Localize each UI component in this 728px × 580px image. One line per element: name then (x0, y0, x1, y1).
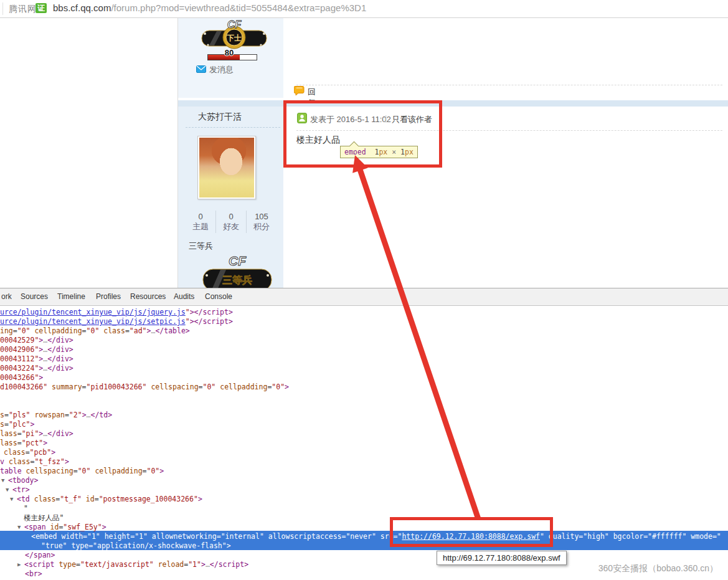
devtools-tab-timeline[interactable]: Timeline (57, 292, 85, 301)
dom-tree-row[interactable]: s="pls" rowspan="2">…</td> (0, 411, 112, 420)
dom-tree-row[interactable]: class="pcb"> (4, 448, 55, 457)
post-separator-strip (178, 100, 728, 107)
devtools-tab-profiles[interactable]: Profiles (96, 292, 121, 301)
user-stats: 0主题0好友105积分 (186, 211, 277, 233)
divider (2, 2, 3, 15)
stat-label: 积分 (247, 222, 277, 232)
dom-tree-row[interactable]: d100043266" summary="pid100043266" cells… (0, 383, 289, 392)
cf-logo: CF (227, 19, 242, 31)
resource-link[interactable]: urce/plugin/tencent_xinyue_vip/js/jquery… (0, 308, 186, 316)
dom-tree-row[interactable]: 00042906">…</div> (0, 345, 73, 354)
post1-content-column (283, 18, 728, 98)
devtools-tab-console[interactable]: Console (205, 292, 232, 301)
profile-divider (186, 127, 280, 128)
devtools-tab-sources[interactable]: Sources (21, 292, 48, 301)
rank-badge-text: 下士 (226, 34, 242, 42)
dom-tree-row[interactable]: 00043266"> (0, 373, 43, 383)
tree-expand-icon[interactable]: ▼ (6, 485, 12, 495)
dom-tree-row[interactable]: 00042529">…</div> (0, 336, 73, 345)
tree-expand-icon[interactable]: ▶ (17, 560, 24, 569)
stat-label: 好友 (216, 222, 246, 232)
stat-cell[interactable]: 105积分 (246, 211, 277, 233)
dom-tree-row[interactable]: ▼<tr> (6, 485, 30, 495)
rank-progress-value: 80 (215, 48, 243, 57)
dom-tree-row[interactable]: ing="0" cellpadding="0" class="ad">…</ta… (0, 326, 190, 336)
url-host: bbs.cf.qq.com (53, 2, 111, 13)
dom-tree-row[interactable]: <embed width="1" height="1" allownetwork… (31, 532, 721, 541)
rank-badge-text: 三等兵 (222, 275, 252, 285)
dom-tree-row[interactable]: urce/plugin/tencent_xinyue_vip/js/jquery… (0, 308, 233, 317)
dom-tree-row[interactable]: ▼<tbody> (1, 476, 38, 485)
username-link[interactable]: 大苏打干活 (198, 112, 242, 123)
user-rank-label: 三等兵 (189, 240, 213, 252)
avatar-photo (199, 138, 254, 197)
url-text[interactable]: bbs.cf.qq.com/forum.php?mod=viewthread&t… (53, 2, 366, 13)
dom-tree-row[interactable]: ▶<script type="text/javascript" reload="… (17, 560, 248, 569)
dom-tree-row[interactable]: 00043112">…</div> (0, 354, 73, 364)
tree-expand-icon[interactable]: ▼ (17, 523, 24, 532)
devtools-tab-ork[interactable]: ork (1, 292, 12, 301)
tree-expand-icon[interactable]: ▼ (1, 476, 8, 485)
dom-tree-row[interactable]: urce/plugin/tencent_xinyue_vip/js/setpic… (0, 317, 233, 326)
devtools-tab-audits[interactable]: Audits (174, 292, 194, 301)
separator-dashed (296, 85, 722, 85)
dom-tree-row[interactable]: <br> (25, 569, 42, 579)
watermark: 360安全播报（bobao.360.cn） (598, 563, 718, 574)
dom-tree-row[interactable]: ▼<span id="swf_E5y"> (17, 523, 106, 532)
devtools-elements-panel[interactable]: urce/plugin/tencent_xinyue_vip/js/jquery… (0, 306, 728, 580)
devtools-tab-resources[interactable]: Resources (130, 292, 166, 301)
annotation-box-url (390, 517, 553, 547)
stat-value: 0 (216, 212, 246, 222)
resource-link[interactable]: urce/plugin/tencent_xinyue_vip/js/setpic… (0, 317, 186, 326)
stat-value: 0 (186, 212, 215, 222)
send-message-link[interactable]: 发消息 (209, 64, 234, 75)
rank-badge-sandengbing: CF 三等兵 (202, 252, 273, 288)
tencent-logo: 腾讯网 (9, 4, 37, 15)
avatar[interactable] (197, 136, 256, 199)
stat-value: 105 (247, 212, 277, 222)
reply-button[interactable]: 回复 (294, 85, 305, 97)
url-path: /forum.php?mod=viewthread&tid=5055484&ex… (111, 2, 366, 13)
envelope-icon (196, 65, 206, 73)
devtools-tab-bar: orkSourcesTimelineProfilesResourcesAudit… (0, 288, 728, 306)
cf-logo: CF (229, 254, 247, 268)
verified-badge-icon: 证 (35, 3, 47, 13)
dom-tree-row[interactable]: " (24, 504, 28, 513)
address-bar: 腾讯网 证 bbs.cf.qq.com/forum.php?mod=viewth… (0, 0, 728, 18)
dom-tree-row[interactable]: table cellspacing="0" cellpadding="0"> (0, 467, 164, 476)
dom-tree-row[interactable]: s="plc"> (0, 420, 34, 429)
dom-tree-row[interactable]: v class="t_fsz"> (0, 457, 69, 467)
dom-tree-row[interactable]: "true" type="application/x-shockwave-fla… (41, 541, 231, 551)
tree-expand-icon[interactable]: ▼ (10, 495, 17, 504)
dom-tree-row[interactable]: lass="pct"> (0, 439, 47, 448)
stat-cell[interactable]: 0好友 (215, 211, 246, 233)
speech-bubble-icon (294, 85, 305, 96)
stat-label: 主题 (186, 222, 215, 232)
dom-tree-row[interactable]: 楼主好人品" (24, 513, 64, 523)
stat-cell[interactable]: 0主题 (186, 211, 215, 233)
annotation-box-post (283, 100, 442, 168)
dom-tree-row[interactable]: lass="pi">…</div> (0, 429, 73, 439)
dom-tree-row[interactable]: </span> (25, 551, 55, 560)
link-url-tooltip: http://69.12.77.180:8088/exp.swf (437, 551, 567, 565)
dom-tree-row[interactable]: ▼<td class="t_f" id="postmessage_1000432… (10, 495, 202, 504)
dom-tree-row[interactable]: 00043224">…</div> (0, 364, 73, 373)
